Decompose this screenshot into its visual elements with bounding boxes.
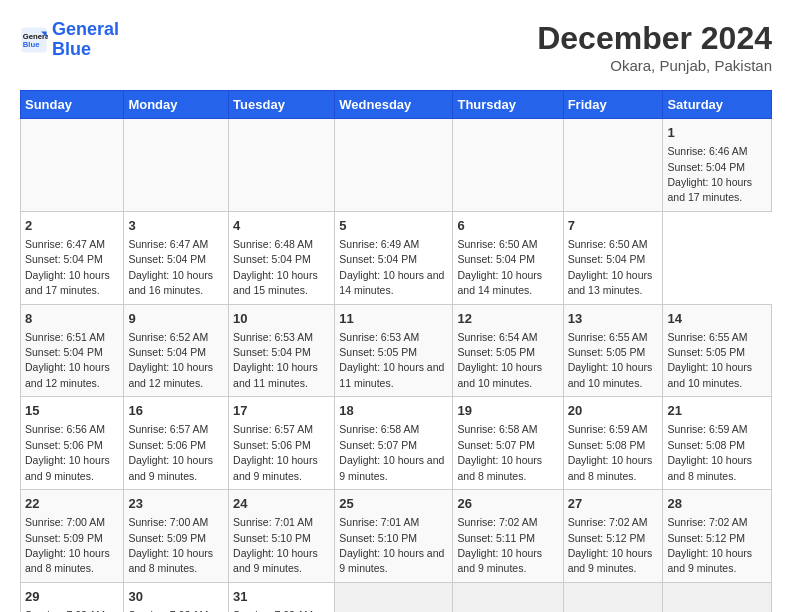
day-cell-12: 12Sunrise: 6:54 AMSunset: 5:05 PMDayligh…	[453, 304, 563, 397]
day-info: Sunrise: 6:53 AMSunset: 5:04 PMDaylight:…	[233, 331, 318, 389]
day-number: 18	[339, 402, 448, 420]
day-number: 6	[457, 217, 558, 235]
main-title: December 2024	[537, 20, 772, 57]
empty-cell	[663, 582, 772, 612]
col-header-tuesday: Tuesday	[229, 91, 335, 119]
week-row-1: 1Sunrise: 6:46 AMSunset: 5:04 PMDaylight…	[21, 119, 772, 212]
day-number: 4	[233, 217, 330, 235]
day-number: 10	[233, 310, 330, 328]
day-info: Sunrise: 6:55 AMSunset: 5:05 PMDaylight:…	[568, 331, 653, 389]
day-info: Sunrise: 7:01 AMSunset: 5:10 PMDaylight:…	[233, 516, 318, 574]
day-info: Sunrise: 6:53 AMSunset: 5:05 PMDaylight:…	[339, 331, 444, 389]
day-number: 7	[568, 217, 659, 235]
day-number: 21	[667, 402, 767, 420]
day-number: 3	[128, 217, 224, 235]
day-cell-22: 22Sunrise: 7:00 AMSunset: 5:09 PMDayligh…	[21, 490, 124, 583]
day-number: 15	[25, 402, 119, 420]
day-cell-17: 17Sunrise: 6:57 AMSunset: 5:06 PMDayligh…	[229, 397, 335, 490]
day-number: 30	[128, 588, 224, 606]
day-info: Sunrise: 7:02 AMSunset: 5:12 PMDaylight:…	[568, 516, 653, 574]
logo-text: GeneralBlue	[52, 20, 119, 60]
day-cell-29: 29Sunrise: 7:03 AMSunset: 5:13 PMDayligh…	[21, 582, 124, 612]
calendar-table: SundayMondayTuesdayWednesdayThursdayFrid…	[20, 90, 772, 612]
col-header-wednesday: Wednesday	[335, 91, 453, 119]
day-cell-13: 13Sunrise: 6:55 AMSunset: 5:05 PMDayligh…	[563, 304, 663, 397]
day-number: 1	[667, 124, 767, 142]
week-row-5: 22Sunrise: 7:00 AMSunset: 5:09 PMDayligh…	[21, 490, 772, 583]
empty-cell	[335, 582, 453, 612]
day-cell-4: 4Sunrise: 6:48 AMSunset: 5:04 PMDaylight…	[229, 211, 335, 304]
day-info: Sunrise: 7:00 AMSunset: 5:09 PMDaylight:…	[25, 516, 110, 574]
day-info: Sunrise: 6:47 AMSunset: 5:04 PMDaylight:…	[25, 238, 110, 296]
day-number: 28	[667, 495, 767, 513]
day-info: Sunrise: 6:58 AMSunset: 5:07 PMDaylight:…	[457, 423, 542, 481]
day-cell-30: 30Sunrise: 7:03 AMSunset: 5:13 PMDayligh…	[124, 582, 229, 612]
day-number: 17	[233, 402, 330, 420]
day-info: Sunrise: 6:56 AMSunset: 5:06 PMDaylight:…	[25, 423, 110, 481]
day-info: Sunrise: 6:49 AMSunset: 5:04 PMDaylight:…	[339, 238, 444, 296]
day-info: Sunrise: 6:57 AMSunset: 5:06 PMDaylight:…	[233, 423, 318, 481]
day-info: Sunrise: 6:59 AMSunset: 5:08 PMDaylight:…	[667, 423, 752, 481]
svg-text:Blue: Blue	[23, 40, 40, 49]
day-number: 29	[25, 588, 119, 606]
col-header-saturday: Saturday	[663, 91, 772, 119]
day-number: 22	[25, 495, 119, 513]
day-info: Sunrise: 6:54 AMSunset: 5:05 PMDaylight:…	[457, 331, 542, 389]
logo: General Blue GeneralBlue	[20, 20, 119, 60]
day-number: 5	[339, 217, 448, 235]
day-info: Sunrise: 6:59 AMSunset: 5:08 PMDaylight:…	[568, 423, 653, 481]
week-row-4: 15Sunrise: 6:56 AMSunset: 5:06 PMDayligh…	[21, 397, 772, 490]
page-header: General Blue GeneralBlue December 2024 O…	[20, 20, 772, 74]
day-info: Sunrise: 7:02 AMSunset: 5:12 PMDaylight:…	[667, 516, 752, 574]
day-info: Sunrise: 6:58 AMSunset: 5:07 PMDaylight:…	[339, 423, 444, 481]
day-cell-18: 18Sunrise: 6:58 AMSunset: 5:07 PMDayligh…	[335, 397, 453, 490]
week-row-3: 8Sunrise: 6:51 AMSunset: 5:04 PMDaylight…	[21, 304, 772, 397]
day-number: 23	[128, 495, 224, 513]
day-number: 14	[667, 310, 767, 328]
day-info: Sunrise: 6:52 AMSunset: 5:04 PMDaylight:…	[128, 331, 213, 389]
col-header-monday: Monday	[124, 91, 229, 119]
day-cell-3: 3Sunrise: 6:47 AMSunset: 5:04 PMDaylight…	[124, 211, 229, 304]
day-number: 13	[568, 310, 659, 328]
day-info: Sunrise: 7:02 AMSunset: 5:11 PMDaylight:…	[457, 516, 542, 574]
day-cell-11: 11Sunrise: 6:53 AMSunset: 5:05 PMDayligh…	[335, 304, 453, 397]
day-info: Sunrise: 6:51 AMSunset: 5:04 PMDaylight:…	[25, 331, 110, 389]
day-sunrise: Sunrise: 6:46 AMSunset: 5:04 PMDaylight:…	[667, 145, 752, 203]
empty-cell	[124, 119, 229, 212]
day-cell-16: 16Sunrise: 6:57 AMSunset: 5:06 PMDayligh…	[124, 397, 229, 490]
day-cell-5: 5Sunrise: 6:49 AMSunset: 5:04 PMDaylight…	[335, 211, 453, 304]
empty-cell	[453, 119, 563, 212]
empty-cell	[563, 582, 663, 612]
day-number: 26	[457, 495, 558, 513]
day-cell-6: 6Sunrise: 6:50 AMSunset: 5:04 PMDaylight…	[453, 211, 563, 304]
day-cell-28: 28Sunrise: 7:02 AMSunset: 5:12 PMDayligh…	[663, 490, 772, 583]
day-cell-19: 19Sunrise: 6:58 AMSunset: 5:07 PMDayligh…	[453, 397, 563, 490]
day-cell-24: 24Sunrise: 7:01 AMSunset: 5:10 PMDayligh…	[229, 490, 335, 583]
empty-cell	[335, 119, 453, 212]
day-number: 27	[568, 495, 659, 513]
logo-icon: General Blue	[20, 26, 48, 54]
day-info: Sunrise: 6:50 AMSunset: 5:04 PMDaylight:…	[568, 238, 653, 296]
day-info: Sunrise: 6:48 AMSunset: 5:04 PMDaylight:…	[233, 238, 318, 296]
day-cell-27: 27Sunrise: 7:02 AMSunset: 5:12 PMDayligh…	[563, 490, 663, 583]
empty-cell	[563, 119, 663, 212]
day-cell-15: 15Sunrise: 6:56 AMSunset: 5:06 PMDayligh…	[21, 397, 124, 490]
col-header-sunday: Sunday	[21, 91, 124, 119]
day-number: 25	[339, 495, 448, 513]
day-cell-23: 23Sunrise: 7:00 AMSunset: 5:09 PMDayligh…	[124, 490, 229, 583]
day-cell-20: 20Sunrise: 6:59 AMSunset: 5:08 PMDayligh…	[563, 397, 663, 490]
day-number: 20	[568, 402, 659, 420]
title-block: December 2024 Okara, Punjab, Pakistan	[537, 20, 772, 74]
empty-cell	[453, 582, 563, 612]
day-cell-26: 26Sunrise: 7:02 AMSunset: 5:11 PMDayligh…	[453, 490, 563, 583]
day-info: Sunrise: 7:01 AMSunset: 5:10 PMDaylight:…	[339, 516, 444, 574]
day-number: 31	[233, 588, 330, 606]
day-cell-9: 9Sunrise: 6:52 AMSunset: 5:04 PMDaylight…	[124, 304, 229, 397]
day-number: 12	[457, 310, 558, 328]
empty-cell	[229, 119, 335, 212]
week-row-6: 29Sunrise: 7:03 AMSunset: 5:13 PMDayligh…	[21, 582, 772, 612]
subtitle: Okara, Punjab, Pakistan	[537, 57, 772, 74]
day-cell-10: 10Sunrise: 6:53 AMSunset: 5:04 PMDayligh…	[229, 304, 335, 397]
day-number: 2	[25, 217, 119, 235]
day-cell-8: 8Sunrise: 6:51 AMSunset: 5:04 PMDaylight…	[21, 304, 124, 397]
